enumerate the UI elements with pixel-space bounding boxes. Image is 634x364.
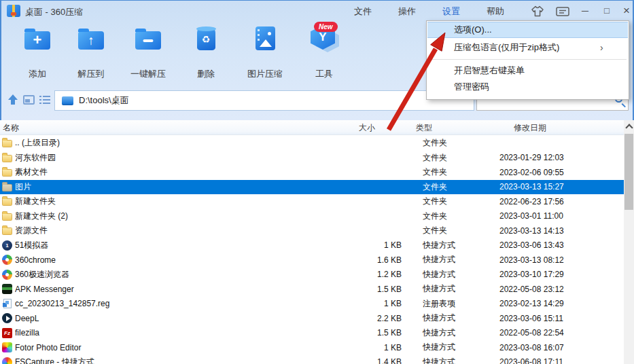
scrollbar-thumb[interactable] [624, 134, 633, 210]
menubar-item-help[interactable]: 帮助 [480, 5, 510, 18]
file-name: 资源文件 [15, 225, 340, 236]
app-filezilla-icon [2, 328, 12, 338]
file-size: 1.4 KB [340, 357, 402, 364]
app-window: 桌面 - 360压缩 文件 操作 设置 帮助 ─ □ × 添加 解压到 [0, 0, 634, 364]
file-name: 图片 [15, 181, 340, 193]
address-bar[interactable]: D:\tools\桌面 [54, 90, 474, 111]
window-title: 桌面 - 360压缩 [25, 6, 83, 18]
desktop-location-icon [62, 96, 73, 105]
file-type: 快捷方式 [402, 240, 478, 251]
app-fscapture-icon [2, 357, 12, 364]
file-type: 快捷方式 [402, 357, 478, 364]
file-date: 2023-03-01 11:00 [478, 211, 563, 221]
table-row[interactable]: 图片文件夹2023-03-13 15:27 [0, 180, 624, 195]
file-name: 新建文件夹 (2) [15, 211, 340, 222]
app-360-icon [2, 270, 12, 280]
file-type: 快捷方式 [402, 254, 478, 266]
table-row[interactable]: Fotor Photo Editor1 KB快捷方式2023-03-08 16:… [0, 340, 624, 355]
app-logo-icon [7, 5, 20, 17]
file-type: 文件夹 [402, 196, 478, 207]
file-size: 2.2 KB [340, 314, 402, 323]
file-type: 快捷方式 [402, 269, 478, 280]
menu-item-smart-context-menu[interactable]: 开启智慧右键菜单 [427, 62, 629, 79]
table-row[interactable]: cc_20230213_142857.reg1 KB注册表项2023-02-13… [0, 297, 624, 312]
folder-add-icon [24, 31, 50, 50]
toolbar-one-click-extract-button[interactable]: 一键解压 [122, 23, 174, 80]
table-row[interactable]: filezilla1.5 KB快捷方式2022-05-08 22:54 [0, 326, 624, 341]
maximize-button[interactable]: □ [599, 3, 614, 19]
menu-item-archive-language[interactable]: 压缩包语言(仅用于zip格式) › [427, 39, 629, 56]
scrollbar-up-icon[interactable] [624, 120, 634, 132]
app-fotor-icon [2, 342, 12, 352]
table-row[interactable]: 河东软件园文件夹2023-01-29 12:03 [0, 151, 624, 166]
file-reg-icon [3, 299, 12, 308]
table-row[interactable]: 新建文件夹文件夹2022-06-23 17:56 [0, 194, 624, 209]
table-row[interactable]: 新建文件夹 (2)文件夹2023-03-01 11:00 [0, 209, 624, 224]
navigate-up-button[interactable] [7, 94, 19, 106]
file-type: 文件夹 [402, 166, 478, 178]
file-name: Fotor Photo Editor [15, 343, 340, 352]
file-date: 2023-03-13 08:12 [478, 255, 564, 265]
table-row[interactable]: 360chrome1.6 KB快捷方式2023-03-13 08:12 [0, 253, 624, 268]
table-row[interactable]: 资源文件文件夹2023-03-13 14:13 [0, 223, 624, 238]
toolbar-button-label: 删除 [197, 68, 215, 80]
menu-item-options[interactable]: 选项(O)... [427, 22, 628, 38]
table-row[interactable]: FSCapture - 快捷方式1.4 KB快捷方式2023-06-08 17:… [0, 355, 624, 364]
file-name: APK Messenger [15, 285, 340, 294]
image-compress-icon [256, 26, 275, 50]
file-name: 河东软件园 [15, 152, 340, 164]
menubar-item-operation[interactable]: 操作 [392, 5, 422, 18]
app-360-icon [2, 255, 12, 265]
file-size: 1 KB [340, 343, 402, 352]
file-type: 文件夹 [402, 152, 478, 164]
toolbar-button-label: 解压到 [78, 68, 105, 80]
column-header-size[interactable]: 大小 [326, 120, 375, 135]
column-header-date[interactable]: 修改日期 [514, 120, 546, 135]
table-row[interactable]: 360极速浏览器1.2 KB快捷方式2023-03-10 17:29 [0, 268, 624, 283]
table-row[interactable]: 素材文件文件夹2023-02-06 09:55 [0, 165, 624, 180]
minimize-button[interactable]: ─ [578, 3, 593, 19]
icon-view-toggle[interactable] [23, 95, 35, 105]
scrollbar[interactable] [624, 120, 634, 364]
close-button[interactable]: × [619, 3, 634, 19]
menubar-item-file[interactable]: 文件 [348, 5, 378, 18]
toolbar-delete-button[interactable]: 删除 [180, 23, 232, 80]
file-date: 2022-06-23 17:56 [478, 197, 564, 206]
toolbar-button-label: 一键解压 [130, 68, 166, 80]
toolbar-extract-to-button[interactable]: 解压到 [65, 23, 117, 80]
file-date: 2023-03-08 16:07 [478, 343, 564, 352]
menu-item-manage-passwords[interactable]: 管理密码 [427, 79, 629, 95]
table-row[interactable]: .. (上级目录)文件夹 [0, 136, 624, 151]
new-badge: New [314, 22, 338, 32]
menu-separator [429, 59, 627, 60]
file-name: 新建文件夹 [15, 196, 340, 207]
menubar-item-settings[interactable]: 设置 [436, 5, 466, 18]
feedback-icon[interactable] [555, 5, 570, 18]
table-row[interactable]: 51模拟器1 KB快捷方式2023-03-06 13:43 [0, 238, 624, 253]
file-type: 快捷方式 [402, 327, 478, 339]
app-apk-icon [2, 284, 12, 294]
toolbar-add-button[interactable]: 添加 [12, 23, 63, 80]
file-size: 1.6 KB [340, 255, 402, 265]
file-name: .. (上级目录) [15, 137, 340, 149]
file-name: FSCapture - 快捷方式 [15, 357, 340, 364]
toolbar-button-label: 添加 [29, 68, 46, 80]
toolbar-image-compress-button[interactable]: 图片压缩 [239, 23, 291, 80]
folder-icon [2, 198, 12, 206]
file-size: 1.2 KB [340, 270, 402, 279]
file-type: 快捷方式 [402, 283, 478, 295]
file-date: 2023-01-29 12:03 [478, 153, 564, 162]
column-header-type[interactable]: 类型 [416, 120, 432, 135]
table-row[interactable]: APK Messenger1.5 KB快捷方式2022-05-08 23:12 [0, 282, 624, 297]
app-51-icon [2, 240, 12, 251]
file-date: 2023-02-13 14:29 [478, 299, 564, 308]
table-row[interactable]: DeepL2.2 KB快捷方式2023-03-06 15:11 [0, 311, 624, 326]
submenu-arrow-icon: › [600, 39, 603, 56]
file-date: 2023-03-06 15:11 [478, 314, 563, 323]
file-date: 2023-03-10 17:29 [478, 270, 564, 279]
settings-dropdown-menu: 选项(O)... 压缩包语言(仅用于zip格式) › 开启智慧右键菜单 管理密码 [426, 20, 629, 100]
file-type: 快捷方式 [402, 312, 478, 324]
list-view-toggle[interactable] [39, 95, 50, 105]
skin-theme-icon[interactable] [530, 5, 545, 18]
column-header-name[interactable]: 名称 [3, 120, 19, 135]
